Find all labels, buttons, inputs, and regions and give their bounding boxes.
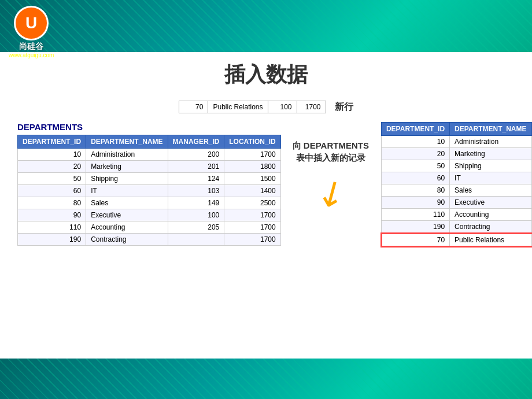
row-manager: 100: [168, 209, 224, 221]
row-name: Sales: [450, 184, 531, 197]
row-location: 1700: [224, 209, 280, 221]
main-content: 插入数据 70 Public Relations 100 1700 新行 DEP…: [0, 52, 532, 359]
row-name: Shipping: [86, 173, 168, 185]
brand-url: www.atguigu.com: [9, 52, 54, 58]
col-header-manager: MANAGER_ID: [168, 135, 224, 149]
table-row: 190 Contracting 1700: [18, 234, 281, 246]
table-row: 20 Marketing 201 1800: [381, 148, 532, 160]
new-row-preview: 70 Public Relations 100 1700 新行: [17, 101, 515, 113]
row-id: 80: [18, 197, 86, 209]
table-row: 90 Executive 100 1700: [18, 209, 281, 221]
col-header-id: DEPARTMENT_ID: [18, 135, 86, 149]
row-name: Sales: [86, 197, 168, 209]
table-row: 110 Accounting 205 1700: [18, 221, 281, 234]
left-section: DEPARTMENTS DEPARTMENT_ID DEPARTMENT_NAM…: [17, 122, 281, 246]
updated-table-wrapper: DEPARTMENT_ID DEPARTMENT_NAME MANAGER_ID…: [380, 122, 532, 247]
table-row: 190 Contracting 1700: [381, 221, 532, 234]
preview-manager: 100: [268, 101, 297, 113]
row-manager: 205: [168, 221, 224, 234]
updated-table: DEPARTMENT_ID DEPARTMENT_NAME MANAGER_ID…: [380, 122, 532, 247]
table-row: 110 Accounting 205 1700: [381, 209, 532, 221]
row-location: 1400: [224, 185, 280, 197]
row-name: IT: [450, 172, 531, 184]
table-row: 80 Sales 149 2500: [381, 184, 532, 197]
bg-bottom-decoration: [0, 359, 532, 399]
row-id: 60: [18, 185, 86, 197]
new-row-id: 70: [381, 234, 449, 247]
row-id: 50: [18, 173, 86, 185]
row-location: 1800: [224, 161, 280, 173]
row-manager: 149: [168, 197, 224, 209]
row-id: 80: [381, 184, 449, 197]
row-id: 90: [381, 197, 449, 209]
brand-name: 尚硅谷: [19, 42, 43, 52]
row-location: 1700: [224, 234, 280, 246]
row-name: Marketing: [86, 161, 168, 173]
row-id: 20: [18, 161, 86, 173]
row-id: 190: [381, 221, 449, 234]
middle-section: 向 DEPARTMENTS表中插入新的记录 ↙: [293, 122, 369, 213]
table-row: 50 Shipping 124 1500: [381, 160, 532, 172]
row-location: 1700: [224, 149, 280, 161]
row-id: 10: [381, 136, 449, 148]
col-header-location: LOCATION_ID: [224, 135, 280, 149]
col2-header-name: DEPARTMENT_NAME: [450, 123, 531, 136]
table-row: 60 IT 103 1400: [381, 172, 532, 184]
row-name: Administration: [450, 136, 531, 148]
row-id: 20: [381, 148, 449, 160]
bg-top-decoration: [0, 0, 532, 52]
row-location: 1700: [224, 221, 280, 234]
row-manager: 201: [168, 161, 224, 173]
row-id: 190: [18, 234, 86, 246]
row-name: IT: [86, 185, 168, 197]
row-name: Shipping: [450, 160, 531, 172]
row-location: 1500: [224, 173, 280, 185]
table-row: 50 Shipping 124 1500: [18, 173, 281, 185]
section-label: DEPARTMENTS: [17, 122, 281, 132]
logo: U 尚硅谷 www.atguigu.com: [9, 6, 54, 58]
table-row: 10 Administration 200 1700: [381, 136, 532, 148]
row-id: 50: [381, 160, 449, 172]
new-data-row: 70 Public Relations 100 1700: [381, 234, 532, 247]
row-id: 90: [18, 209, 86, 221]
row-manager: [168, 234, 224, 246]
row-name: Contracting: [450, 221, 531, 234]
page-title: 插入数据: [17, 61, 515, 89]
new-row-name: Public Relations: [450, 234, 531, 247]
right-section: DEPARTMENT_ID DEPARTMENT_NAME MANAGER_ID…: [380, 122, 532, 247]
table-row: 80 Sales 149 2500: [18, 197, 281, 209]
table-row: 60 IT 103 1400: [18, 185, 281, 197]
logo-icon: U: [14, 6, 49, 40]
row-name: Administration: [86, 149, 168, 161]
row-name: Executive: [86, 209, 168, 221]
row-location: 2500: [224, 197, 280, 209]
table-row: 10 Administration 200 1700: [18, 149, 281, 161]
row-name: Contracting: [86, 234, 168, 246]
row-name: Accounting: [450, 209, 531, 221]
row-manager: 200: [168, 149, 224, 161]
preview-location: 1700: [297, 101, 326, 113]
new-row-preview-table: 70 Public Relations 100 1700: [179, 101, 326, 113]
preview-name: Public Relations: [208, 101, 268, 113]
row-id: 10: [18, 149, 86, 161]
table-row: 20 Marketing 201 1800: [18, 161, 281, 173]
row-manager: 124: [168, 173, 224, 185]
col-header-name: DEPARTMENT_NAME: [86, 135, 168, 149]
instruction-text: 向 DEPARTMENTS表中插入新的记录: [293, 139, 369, 164]
row-id: 110: [381, 209, 449, 221]
new-row-label: 新行: [335, 101, 353, 113]
tables-layout: DEPARTMENTS DEPARTMENT_ID DEPARTMENT_NAM…: [17, 122, 515, 247]
row-name: Marketing: [450, 148, 531, 160]
arrow-icon: ↙: [308, 168, 353, 217]
preview-id: 70: [179, 101, 208, 113]
row-name: Executive: [450, 197, 531, 209]
row-name: Accounting: [86, 221, 168, 234]
original-table: DEPARTMENT_ID DEPARTMENT_NAME MANAGER_ID…: [17, 135, 281, 246]
col2-header-id: DEPARTMENT_ID: [381, 123, 449, 136]
row-manager: 103: [168, 185, 224, 197]
row-id: 110: [18, 221, 86, 234]
row-id: 60: [381, 172, 449, 184]
table-row: 90 Executive 100 1700: [381, 197, 532, 209]
